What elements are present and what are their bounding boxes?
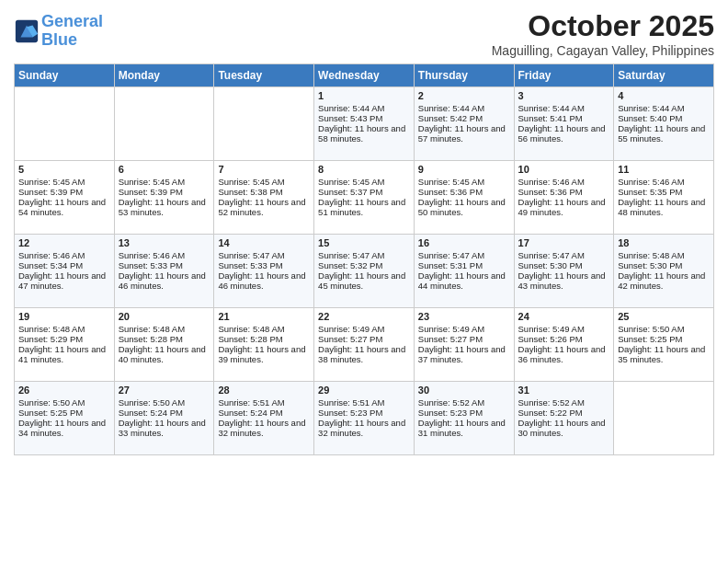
day-number: 23 [418,311,510,322]
cell-w2-d2: 6Sunrise: 5:45 AMSunset: 5:39 PMDaylight… [114,161,214,235]
cell-w3-d2: 13Sunrise: 5:46 AMSunset: 5:33 PMDayligh… [114,235,214,308]
sunrise-text: Sunrise: 5:46 AM [518,177,610,187]
page: General Blue October 2025 Maguilling, Ca… [0,0,728,563]
cell-w3-d7: 18Sunrise: 5:48 AMSunset: 5:30 PMDayligh… [614,235,714,308]
daylight-text: Daylight: 11 hours and 50 minutes. [418,197,510,217]
cell-w5-d7 [614,382,714,455]
sunset-text: Sunset: 5:30 PM [618,260,710,270]
cell-w5-d4: 29Sunrise: 5:51 AMSunset: 5:23 PMDayligh… [314,382,415,455]
cell-w5-d3: 28Sunrise: 5:51 AMSunset: 5:24 PMDayligh… [214,382,314,455]
daylight-text: Daylight: 11 hours and 56 minutes. [518,123,610,144]
sunset-text: Sunset: 5:26 PM [518,334,610,344]
sunrise-text: Sunrise: 5:52 AM [418,397,510,408]
cell-w5-d6: 31Sunrise: 5:52 AMSunset: 5:22 PMDayligh… [514,382,614,455]
daylight-text: Daylight: 11 hours and 51 minutes. [318,197,410,217]
sunset-text: Sunset: 5:22 PM [518,408,610,418]
sunrise-text: Sunrise: 5:49 AM [318,324,410,334]
sunrise-text: Sunrise: 5:48 AM [119,324,210,334]
daylight-text: Daylight: 11 hours and 38 minutes. [318,344,410,364]
calendar-body: 1Sunrise: 5:44 AMSunset: 5:43 PMDaylight… [15,87,714,455]
sunrise-text: Sunrise: 5:45 AM [418,177,510,187]
sunrise-text: Sunrise: 5:44 AM [518,103,610,113]
cell-w1-d6: 3Sunrise: 5:44 AMSunset: 5:41 PMDaylight… [514,87,614,161]
day-number: 9 [418,164,510,175]
col-sunday: Sunday [15,64,115,87]
daylight-text: Daylight: 11 hours and 54 minutes. [18,197,110,217]
sunset-text: Sunset: 5:31 PM [418,260,510,270]
daylight-text: Daylight: 11 hours and 34 minutes. [18,418,110,438]
daylight-text: Daylight: 11 hours and 46 minutes. [218,270,310,291]
sunset-text: Sunset: 5:27 PM [418,334,510,344]
cell-w4-d4: 22Sunrise: 5:49 AMSunset: 5:27 PMDayligh… [314,308,415,382]
daylight-text: Daylight: 11 hours and 57 minutes. [418,123,510,144]
cell-w5-d1: 26Sunrise: 5:50 AMSunset: 5:25 PMDayligh… [15,382,115,455]
day-number: 26 [18,385,110,396]
sunrise-text: Sunrise: 5:46 AM [18,250,110,260]
sunset-text: Sunset: 5:35 PM [618,187,710,197]
day-number: 29 [318,385,410,396]
sunrise-text: Sunrise: 5:45 AM [318,177,410,187]
daylight-text: Daylight: 11 hours and 55 minutes. [618,123,710,144]
cell-w3-d3: 14Sunrise: 5:47 AMSunset: 5:33 PMDayligh… [214,235,314,308]
daylight-text: Daylight: 11 hours and 53 minutes. [119,197,210,217]
cell-w1-d4: 1Sunrise: 5:44 AMSunset: 5:43 PMDaylight… [314,87,415,161]
daylight-text: Daylight: 11 hours and 44 minutes. [418,270,510,291]
cell-w1-d7: 4Sunrise: 5:44 AMSunset: 5:40 PMDaylight… [614,87,714,161]
logo-line1: General [41,12,103,30]
sunrise-text: Sunrise: 5:50 AM [18,397,110,408]
cell-w2-d4: 8Sunrise: 5:45 AMSunset: 5:37 PMDaylight… [314,161,415,235]
sunrise-text: Sunrise: 5:49 AM [518,324,610,334]
sunset-text: Sunset: 5:28 PM [119,334,210,344]
cell-w4-d5: 23Sunrise: 5:49 AMSunset: 5:27 PMDayligh… [414,308,514,382]
sunrise-text: Sunrise: 5:47 AM [318,250,410,260]
header-row: Sunday Monday Tuesday Wednesday Thursday… [15,64,714,87]
cell-w1-d2 [114,87,214,161]
daylight-text: Daylight: 11 hours and 32 minutes. [318,418,410,438]
day-number: 7 [218,164,310,175]
cell-w4-d7: 25Sunrise: 5:50 AMSunset: 5:25 PMDayligh… [614,308,714,382]
day-number: 28 [218,385,310,396]
cell-w3-d4: 15Sunrise: 5:47 AMSunset: 5:32 PMDayligh… [314,235,415,308]
day-number: 1 [318,90,410,101]
day-number: 15 [318,237,410,248]
sunset-text: Sunset: 5:36 PM [418,187,510,197]
day-number: 2 [418,90,510,101]
sunset-text: Sunset: 5:42 PM [418,113,510,123]
day-number: 4 [618,90,710,101]
cell-w4-d3: 21Sunrise: 5:48 AMSunset: 5:28 PMDayligh… [214,308,314,382]
logo: General Blue [14,13,103,50]
daylight-text: Daylight: 11 hours and 37 minutes. [418,344,510,364]
location-subtitle: Maguilling, Cagayan Valley, Philippines [492,43,714,58]
daylight-text: Daylight: 11 hours and 32 minutes. [218,418,310,438]
sunset-text: Sunset: 5:24 PM [119,408,210,418]
day-number: 27 [119,385,210,396]
day-number: 13 [119,237,210,248]
logo-line2: Blue [41,30,77,49]
daylight-text: Daylight: 11 hours and 36 minutes. [518,344,610,364]
day-number: 22 [318,311,410,322]
sunset-text: Sunset: 5:34 PM [18,260,110,270]
col-saturday: Saturday [614,64,714,87]
cell-w3-d5: 16Sunrise: 5:47 AMSunset: 5:31 PMDayligh… [414,235,514,308]
sunrise-text: Sunrise: 5:45 AM [18,177,110,187]
cell-w3-d6: 17Sunrise: 5:47 AMSunset: 5:30 PMDayligh… [514,235,614,308]
week-row-1: 1Sunrise: 5:44 AMSunset: 5:43 PMDaylight… [15,87,714,161]
week-row-3: 12Sunrise: 5:46 AMSunset: 5:34 PMDayligh… [15,235,714,308]
sunrise-text: Sunrise: 5:48 AM [618,250,710,260]
day-number: 25 [618,311,710,322]
sunrise-text: Sunrise: 5:46 AM [119,250,210,260]
sunset-text: Sunset: 5:43 PM [318,113,410,123]
sunset-text: Sunset: 5:39 PM [18,187,110,197]
calendar-table: Sunday Monday Tuesday Wednesday Thursday… [14,63,714,455]
cell-w4-d1: 19Sunrise: 5:48 AMSunset: 5:29 PMDayligh… [15,308,115,382]
day-number: 10 [518,164,610,175]
day-number: 6 [119,164,210,175]
cell-w2-d3: 7Sunrise: 5:45 AMSunset: 5:38 PMDaylight… [214,161,314,235]
month-title: October 2025 [492,9,714,43]
cell-w1-d5: 2Sunrise: 5:44 AMSunset: 5:42 PMDaylight… [414,87,514,161]
col-wednesday: Wednesday [314,64,415,87]
day-number: 3 [518,90,610,101]
sunset-text: Sunset: 5:33 PM [218,260,310,270]
day-number: 5 [18,164,110,175]
sunrise-text: Sunrise: 5:50 AM [618,324,710,334]
